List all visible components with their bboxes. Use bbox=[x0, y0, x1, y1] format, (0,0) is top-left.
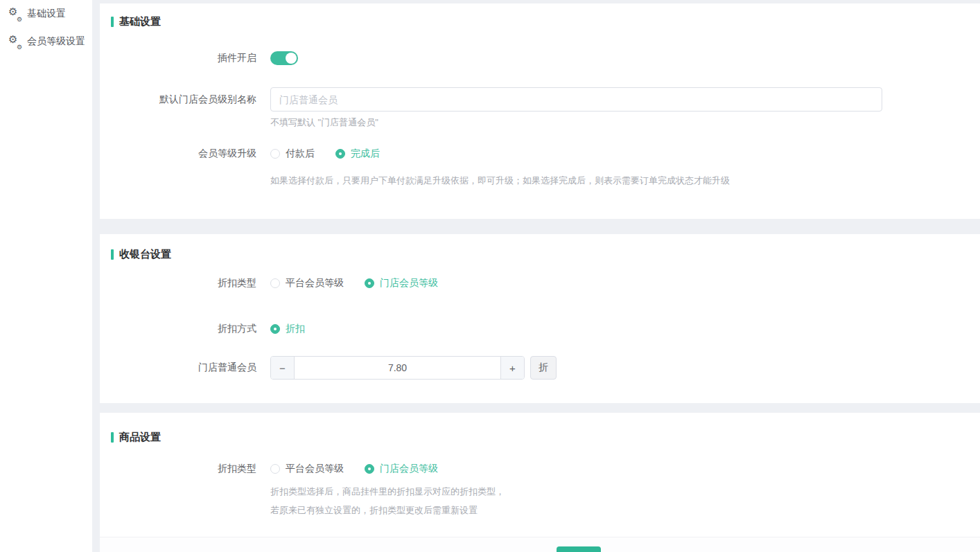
upgrade-rule-radio-group: 付款后 完成后 bbox=[270, 148, 380, 160]
sidebar-item-label: 基础设置 bbox=[27, 8, 66, 20]
radio-icon bbox=[270, 324, 280, 334]
discount-mode-row: 折扣方式 折扣 bbox=[100, 323, 980, 335]
cogs-icon: ⚙⚙ bbox=[9, 8, 22, 20]
goods-discount-help-line1: 折扣类型选择后，商品挂件里的折扣显示对应的折扣类型， bbox=[100, 486, 980, 498]
sidebar-item-label: 会员等级设置 bbox=[27, 35, 85, 48]
section-bar bbox=[111, 249, 114, 260]
default-name-help: 不填写默认 "门店普通会员" bbox=[100, 116, 980, 129]
discount-mode-radio-group: 折扣 bbox=[270, 323, 305, 335]
discount-value-input[interactable] bbox=[295, 357, 500, 379]
radio-store-member-level[interactable]: 门店会员等级 bbox=[365, 463, 438, 475]
radio-icon bbox=[270, 464, 280, 474]
discount-type-radio-group: 平台会员等级 门店会员等级 bbox=[270, 277, 438, 290]
radio-icon bbox=[335, 149, 345, 159]
radio-platform-member-level[interactable]: 平台会员等级 bbox=[270, 277, 344, 290]
discount-type-radio-group: 平台会员等级 门店会员等级 bbox=[270, 463, 438, 475]
stepper-increase-button[interactable]: + bbox=[500, 357, 524, 379]
cashier-settings-header: 收银台设置 bbox=[100, 234, 980, 261]
sidebar-item-member-level-settings[interactable]: ⚙⚙ 会员等级设置 bbox=[0, 33, 92, 50]
sidebar-item-basic-settings[interactable]: ⚙⚙ 基础设置 bbox=[0, 6, 92, 22]
radio-icon bbox=[365, 464, 374, 474]
goods-settings-header: 商品设置 bbox=[100, 413, 980, 444]
plugin-enable-row: 插件开启 bbox=[100, 51, 980, 65]
discount-mode-label: 折扣方式 bbox=[100, 323, 256, 335]
upgrade-rule-row: 会员等级升级 付款后 完成后 bbox=[100, 148, 980, 160]
basic-settings-card: 基础设置 插件开启 默认门店会员级别名称 不填写默认 "门店普通会员" 会员等级… bbox=[100, 3, 980, 219]
radio-platform-member-level[interactable]: 平台会员等级 bbox=[270, 463, 344, 475]
cashier-discount-type-row: 折扣类型 平台会员等级 门店会员等级 bbox=[100, 277, 980, 290]
plugin-enable-label: 插件开启 bbox=[100, 52, 256, 64]
form-footer bbox=[100, 537, 980, 552]
goods-discount-type-row: 折扣类型 平台会员等级 门店会员等级 bbox=[100, 463, 980, 475]
goods-settings-card: 商品设置 折扣类型 平台会员等级 门店会员等级 折扣类型选择后，商品挂件里的折扣… bbox=[100, 413, 980, 537]
cashier-settings-card: 收银台设置 折扣类型 平台会员等级 门店会员等级 折扣方式 折扣 bbox=[100, 234, 980, 403]
cogs-icon: ⚙⚙ bbox=[9, 36, 22, 48]
store-member-label: 门店普通会员 bbox=[100, 362, 256, 374]
section-bar bbox=[111, 17, 114, 27]
stepper-decrease-button[interactable]: − bbox=[271, 357, 295, 379]
section-title: 基础设置 bbox=[119, 15, 161, 28]
discount-type-label: 折扣类型 bbox=[100, 277, 256, 290]
radio-icon bbox=[270, 278, 280, 288]
section-title: 商品设置 bbox=[119, 431, 161, 444]
save-button[interactable] bbox=[557, 546, 601, 552]
radio-icon bbox=[270, 149, 280, 159]
plugin-enable-toggle[interactable] bbox=[270, 51, 298, 65]
discount-unit-button[interactable]: 折 bbox=[530, 356, 557, 380]
radio-icon bbox=[365, 278, 374, 288]
store-member-discount-row: 门店普通会员 − + 折 bbox=[100, 356, 980, 380]
radio-after-completion[interactable]: 完成后 bbox=[335, 148, 380, 160]
toggle-knob bbox=[286, 53, 297, 64]
radio-after-payment[interactable]: 付款后 bbox=[270, 148, 315, 160]
section-bar bbox=[111, 432, 114, 443]
default-name-row: 默认门店会员级别名称 bbox=[100, 87, 980, 112]
radio-store-member-level[interactable]: 门店会员等级 bbox=[365, 277, 438, 290]
radio-discount[interactable]: 折扣 bbox=[270, 323, 305, 335]
section-title: 收银台设置 bbox=[119, 248, 171, 261]
default-name-label: 默认门店会员级别名称 bbox=[100, 94, 256, 106]
discount-type-label: 折扣类型 bbox=[100, 463, 256, 475]
upgrade-rule-help: 如果选择付款后，只要用户下单付款满足升级依据，即可升级；如果选择完成后，则表示需… bbox=[100, 175, 980, 187]
discount-stepper: − + bbox=[270, 356, 525, 380]
goods-discount-help-line2: 若原来已有独立设置的，折扣类型更改后需重新设置 bbox=[100, 504, 980, 517]
settings-sidebar: ⚙⚙ 基础设置 ⚙⚙ 会员等级设置 bbox=[0, 0, 92, 552]
upgrade-rule-label: 会员等级升级 bbox=[100, 148, 256, 160]
default-name-input[interactable] bbox=[270, 87, 882, 112]
basic-settings-header: 基础设置 bbox=[100, 3, 980, 28]
settings-main: 基础设置 插件开启 默认门店会员级别名称 不填写默认 "门店普通会员" 会员等级… bbox=[100, 0, 980, 552]
